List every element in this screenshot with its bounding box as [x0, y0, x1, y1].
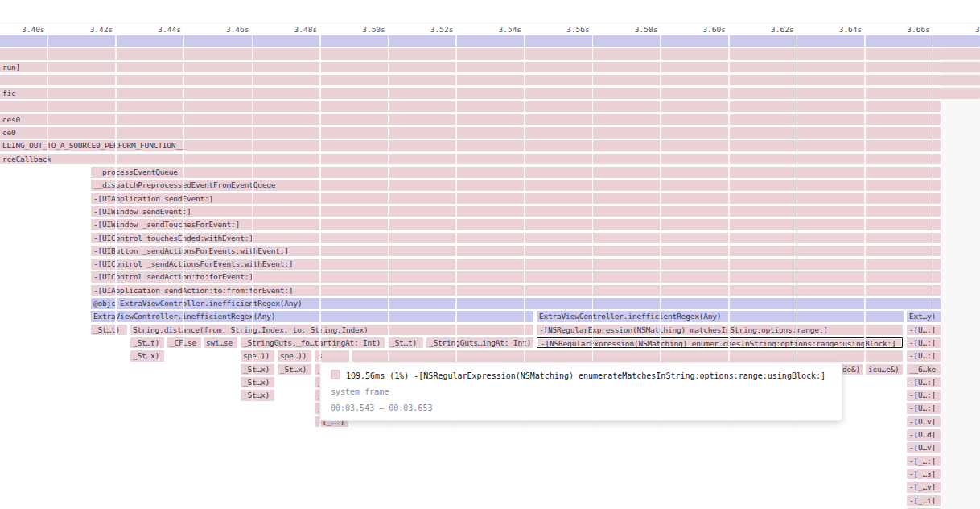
ruler-tick-label: 3.46s [208, 25, 249, 34]
stack-frame[interactable]: -[U…:] [907, 325, 941, 336]
ruler-tick-label: 3.42s [71, 25, 113, 34]
ruler-tick-label: 3.58s [616, 25, 657, 34]
ruler-tick-label: 3.68s [957, 25, 980, 34]
chart-right-gutter [941, 35, 980, 509]
stack-frame[interactable] [0, 75, 980, 86]
stack-frame[interactable]: rceCallback [0, 154, 941, 165]
stack-frame[interactable]: -[U…:] [907, 377, 941, 388]
stack-frame[interactable]: _St…t) [91, 325, 127, 336]
stack-frame[interactable] [0, 48, 980, 60]
stack-frame[interactable]: -[U…v] [907, 442, 941, 453]
stack-frame[interactable]: -[U…:] [907, 337, 941, 349]
stack-frame[interactable]: _StringGuts._fo…tartingAt: Int) [241, 337, 385, 349]
stack-chart-panel: 3.40s3.42s3.44s3.46s3.48s3.50s3.52s3.54s… [0, 0, 980, 509]
category-color-swatch-icon [331, 370, 340, 379]
gridline [47, 35, 49, 509]
stack-frame[interactable]: _St…x) [130, 350, 164, 362]
stack-frame[interactable]: String.distance(from: String.Index, to: … [130, 325, 533, 336]
stack-frame[interactable] [352, 350, 903, 362]
stack-frame[interactable]: __6…ke [907, 364, 941, 375]
ruler-tick-label: 3.66s [888, 25, 930, 34]
ruler-tick-label: 3.48s [275, 25, 317, 34]
stack-frame[interactable]: ExtraViewController.inefficientRegex(Any… [91, 311, 533, 322]
gridline [933, 35, 934, 509]
stack-frame[interactable]: -[U…d] [907, 429, 941, 441]
gridline [183, 35, 185, 509]
gridline [388, 35, 389, 509]
ruler-tick-label: 3.56s [548, 25, 590, 34]
stack-frame[interactable]: -[_…s] [907, 469, 941, 480]
stack-frame[interactable]: ce0 [0, 127, 941, 139]
stack-frame[interactable]: LLING_OUT_TO_A_SOURCE0_PERFORM_FUNCTION_… [0, 140, 941, 151]
frame-tooltip: 109.56ms (1%) -[NSRegularExpression(NSMa… [320, 362, 842, 421]
ruler-tick-label: 3.50s [344, 25, 385, 34]
gridline [319, 35, 321, 509]
tooltip-duration: 109.56ms (1%) [346, 371, 409, 380]
stack-frame[interactable]: _St…t) [388, 337, 423, 349]
ruler-tick-label: 3.52s [411, 25, 453, 34]
gridline [660, 35, 661, 509]
stack-frame[interactable]: Ext…y) [907, 311, 941, 322]
stack-frame[interactable]: -[UIWindow sendEvent:] [91, 206, 941, 217]
stack-frame[interactable]: spe…)) [241, 350, 274, 362]
gridline [455, 35, 457, 509]
ruler-tick-label: 3.64s [820, 25, 862, 34]
ruler-tick-label: 3.54s [480, 25, 521, 34]
ruler-tick-label: 3.62s [752, 25, 794, 34]
stack-frame[interactable]: -[UIApplication sendAction:to:from:forEv… [91, 285, 941, 296]
stack-frame[interactable]: _St…x) [241, 390, 274, 401]
stack-frame[interactable]: _St…x) [278, 364, 311, 375]
stack-frame[interactable]: _St…t) [130, 337, 164, 349]
gridline [592, 35, 594, 509]
stack-frame[interactable]: -[_…v] [907, 482, 941, 493]
stack-frame[interactable]: -[UIApplication sendEvent:] [91, 193, 941, 205]
ruler-tick-label: 3.40s [3, 25, 45, 34]
stack-frame[interactable]: _StringGuts…ingAt: Int) [426, 337, 533, 349]
stack-frame[interactable]: run] [0, 62, 980, 73]
stack-frame[interactable]: -[_…i] [907, 495, 941, 507]
stack-frame[interactable]: swi…se [204, 337, 237, 349]
ruler-tick-label: 3.60s [684, 25, 726, 34]
stack-frame[interactable]: icu…e&) [866, 364, 903, 375]
ruler-tick-label: 3.44s [139, 25, 181, 34]
gridline [864, 35, 866, 509]
tooltip-function-name: -[NSRegularExpression(NSMatching) enumer… [414, 371, 826, 380]
tooltip-time-range: 00:03.543 — 00:03.653 [331, 403, 832, 413]
stack-frame[interactable]: -[UIControl _sendActionsForEvents:withEv… [91, 259, 941, 270]
tooltip-category: system frame [331, 387, 832, 397]
stack-frame[interactable]: __processEventQueue [91, 167, 941, 178]
stack-frame[interactable]: _St…x) [241, 377, 274, 388]
stack-frame[interactable]: -[U…:] [907, 350, 941, 362]
stack-frame[interactable]: _St…x) [241, 364, 274, 375]
gridline [797, 35, 798, 509]
stack-frame[interactable]: -[U…v] [907, 416, 941, 428]
stack-frame[interactable]: -[U…:] [907, 403, 941, 414]
stack-frame[interactable]: ces0 [0, 114, 941, 126]
gridline [115, 35, 117, 509]
stack-frame[interactable]: -[UIButton _sendActionsForEvents:withEve… [91, 246, 941, 257]
stack-frame[interactable]: -[UIControl touchesEnded:withEvent:] [91, 233, 941, 244]
gridline [728, 35, 730, 509]
stack-frame[interactable]: -[UIControl sendAction:to:forEvent:] [91, 271, 941, 283]
stack-frame[interactable]: -[UIWindow _sendTouchesForEvent:] [91, 219, 941, 230]
timeline-ruler[interactable]: 3.40s3.42s3.44s3.46s3.48s3.50s3.52s3.54s… [0, 23, 980, 36]
tooltip-title: 109.56ms (1%) -[NSRegularExpression(NSMa… [331, 370, 832, 381]
stack-frame[interactable]: -[_…:] [907, 456, 941, 467]
stack-frame[interactable]: -[U…:] [907, 390, 941, 401]
stack-frame[interactable] [0, 101, 941, 113]
stack-frame[interactable]: __dispatchPreprocessedEventFromEventQueu… [91, 180, 941, 191]
gridline [252, 35, 253, 509]
stack-frame[interactable] [0, 35, 980, 47]
gridline [524, 35, 525, 509]
stack-frame[interactable]: @objc ExtraViewController.inefficientReg… [91, 298, 941, 309]
stack-frame[interactable]: spe…)) [278, 350, 311, 362]
stack-frame[interactable]: fic [0, 88, 980, 99]
